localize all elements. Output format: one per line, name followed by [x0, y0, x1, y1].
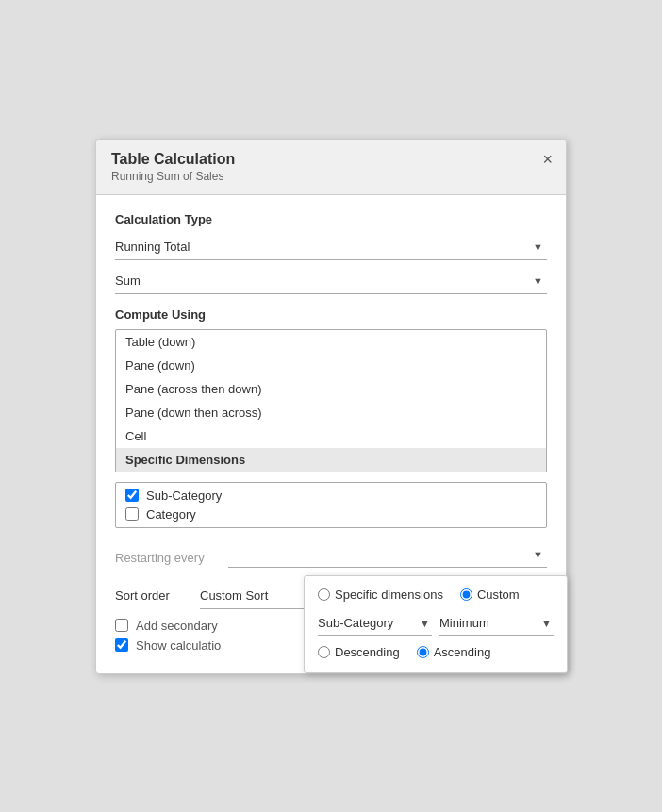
descending-label[interactable]: Descending — [318, 645, 400, 659]
restarting-select[interactable]: None Sub-Category Category — [228, 541, 547, 568]
calculation-type-label: Calculation Type — [115, 212, 547, 226]
table-calculation-dialog: Table Calculation Running Sum of Sales ×… — [95, 139, 567, 674]
compute-using-label: Compute Using — [115, 307, 547, 322]
category-label: Category — [146, 507, 196, 522]
popup-radio-row: Specific dimensions Custom — [318, 588, 554, 602]
listbox-item-pane-across-down[interactable]: Pane (across then down) — [116, 377, 546, 401]
category-checkbox[interactable] — [125, 507, 139, 521]
specific-dimensions-radio-label[interactable]: Specific dimensions — [318, 588, 443, 602]
restarting-row: Restarting every None Sub-Category Categ… — [115, 541, 547, 575]
add-secondary-checkbox[interactable] — [115, 619, 128, 632]
ascending-label[interactable]: Ascending — [417, 645, 491, 659]
descending-text: Descending — [335, 645, 400, 659]
close-button[interactable]: × — [542, 151, 553, 168]
aggregation-dropdown-row: Sum Average Count Max Min ▼ — [115, 268, 547, 294]
aggregation-select[interactable]: Sum Average Count Max Min — [115, 268, 547, 294]
agg-dropdown-wrap: Minimum Maximum Sum Average ▼ — [439, 611, 554, 636]
category-checkbox-row: Category — [125, 507, 537, 522]
listbox-item-pane-down[interactable]: Pane (down) — [116, 354, 546, 377]
add-secondary-label: Add secondary — [136, 619, 218, 633]
restarting-dropdown-wrap: None Sub-Category Category ▼ — [228, 541, 547, 568]
show-calculation-label: Show calculatio — [136, 638, 221, 653]
subcategory-label: Sub-Category — [146, 489, 222, 503]
specific-dimensions-radio[interactable] — [318, 588, 330, 601]
sort-order-label: Sort order — [115, 588, 200, 603]
listbox-item-specific-dimensions[interactable]: Specific Dimensions — [116, 448, 546, 472]
calculation-type-section: Calculation Type Running Total Differenc… — [115, 212, 547, 294]
listbox-item-pane-down-across[interactable]: Pane (down then across) — [116, 401, 546, 424]
calc-type-select[interactable]: Running Total Difference Percent Differe… — [115, 234, 547, 260]
agg-select[interactable]: Minimum Maximum Sum Average — [439, 611, 554, 636]
ascending-radio[interactable] — [417, 646, 429, 658]
specific-dimensions-radio-text: Specific dimensions — [335, 588, 443, 602]
dimensions-checkbox-list: Sub-Category Category — [115, 482, 547, 528]
subcategory-checkbox-row: Sub-Category — [125, 489, 537, 503]
restarting-label: Restarting every — [115, 551, 228, 565]
dialog-header: Table Calculation Running Sum of Sales × — [96, 140, 566, 195]
subcategory-checkbox[interactable] — [125, 489, 139, 502]
listbox-item-table-down[interactable]: Table (down) — [116, 330, 546, 354]
descending-radio[interactable] — [318, 646, 330, 658]
ascending-text: Ascending — [434, 645, 491, 659]
subdim-select[interactable]: Sub-Category Category — [318, 611, 432, 636]
show-calculation-checkbox[interactable] — [115, 638, 128, 652]
subdim-dropdown-wrap: Sub-Category Category ▼ — [318, 611, 432, 636]
popup-dropdowns-row: Sub-Category Category ▼ Minimum Maximum … — [318, 611, 554, 636]
dialog-title: Table Calculation — [111, 151, 551, 168]
compute-using-listbox: Table (down) Pane (down) Pane (across th… — [115, 329, 547, 472]
popup-sort-radio-row: Descending Ascending — [318, 645, 554, 659]
custom-radio-text: Custom — [477, 588, 520, 602]
custom-radio[interactable] — [460, 588, 472, 601]
custom-sort-popup: Specific dimensions Custom Sub-Category … — [304, 575, 568, 673]
dialog-subtitle: Running Sum of Sales — [111, 170, 551, 183]
calc-type-dropdown-row: Running Total Difference Percent Differe… — [115, 234, 547, 260]
compute-using-section: Compute Using Table (down) Pane (down) P… — [115, 307, 547, 472]
listbox-item-cell[interactable]: Cell — [116, 424, 546, 448]
custom-radio-label[interactable]: Custom — [460, 588, 520, 602]
